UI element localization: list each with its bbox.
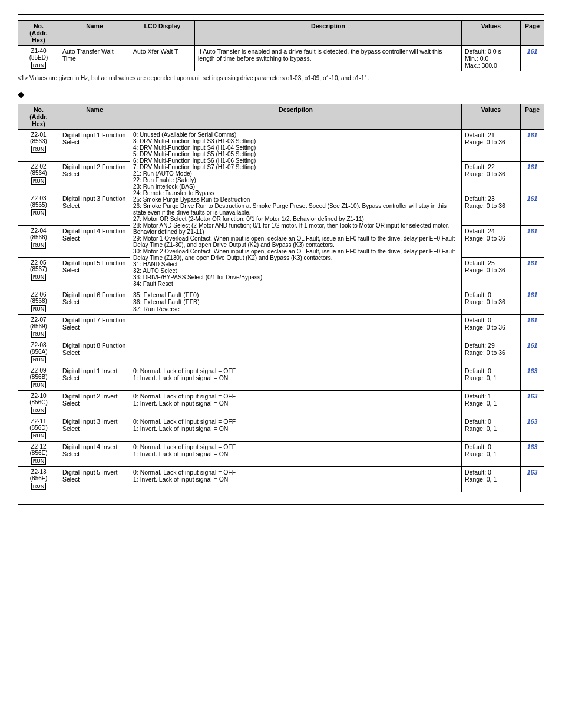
table-row-name: Digital Input 2 Invert Select xyxy=(59,391,130,416)
table-row-values: Default: 0Range: 0 to 36 xyxy=(462,289,521,315)
table-row-page: 163 xyxy=(521,442,544,467)
subsection-title xyxy=(18,90,544,99)
table-row-page: 161 xyxy=(521,225,544,257)
table-row-values: Default: 0.0 sMin.: 0.0Max.: 300.0 xyxy=(462,46,521,71)
table-row-page: 163 xyxy=(521,365,544,391)
table-row-values: Default: 0Range: 0, 1 xyxy=(462,442,521,467)
run-badge: RUN xyxy=(31,331,47,338)
run-badge: RUN xyxy=(31,407,47,414)
table-row-desc: 35: External Fault (EF0)36: External Fau… xyxy=(130,289,462,315)
table-row-addr: Z2-01(8563) RUN xyxy=(18,130,59,162)
table-row-name: Digital Input 2 Function Select xyxy=(59,162,130,193)
table-row-page: 161 xyxy=(521,193,544,225)
run-badge: RUN xyxy=(31,146,47,153)
table1: No.(Addr.Hex) Name LCD Display Descripti… xyxy=(18,20,544,71)
table-row-values: Default: 0Range: 0, 1 xyxy=(462,467,521,492)
table-row-name: Digital Input 4 Function Select xyxy=(59,225,130,257)
run-badge: RUN xyxy=(31,209,47,216)
table-row-page: 161 xyxy=(521,162,544,193)
table-row-page: 161 xyxy=(521,257,544,289)
table-row-page: 161 xyxy=(521,130,544,162)
table-row-page: 161 xyxy=(521,340,544,365)
table-row-desc: If Auto Transfer is enabled and a drive … xyxy=(195,46,462,71)
table-row-addr: Z2-02(8564) RUN xyxy=(18,162,59,193)
table-row-addr: Z2-13(856F) RUN xyxy=(18,467,59,492)
table-row-desc xyxy=(130,340,462,365)
table-row-page: 161 xyxy=(521,315,544,340)
table-row-name: Digital Input 3 Function Select xyxy=(59,193,130,225)
run-badge: RUN xyxy=(31,381,47,388)
run-badge: RUN xyxy=(31,305,47,312)
table-row-desc: 0: Normal. Lack of input signal = OFF1: … xyxy=(130,442,462,467)
table-row-name: Digital Input 6 Function Select xyxy=(59,289,130,315)
table-row-values: Default: 22Range: 0 to 36 xyxy=(462,162,521,193)
col-page: Page xyxy=(521,21,544,46)
table-row-page: 163 xyxy=(521,467,544,492)
col-desc: Description xyxy=(130,104,462,130)
col-page: Page xyxy=(521,104,544,130)
table-row-name: Digital Input 4 Invert Select xyxy=(59,442,130,467)
table-row-name: Digital Input 1 Invert Select xyxy=(59,365,130,391)
table-row-values: Default: 29Range: 0 to 36 xyxy=(462,340,521,365)
table-row-page: 161 xyxy=(521,46,544,71)
table-row-name: Digital Input 5 Invert Select xyxy=(59,467,130,492)
table-row-desc: 0: Normal. Lack of input signal = OFF1: … xyxy=(130,391,462,416)
table-row-values: Default: 0Range: 0 to 36 xyxy=(462,315,521,340)
table-row-desc xyxy=(130,315,462,340)
table-row-name: Auto Transfer Wait Time xyxy=(59,46,130,71)
table-row-desc: 0: Normal. Lack of input signal = OFF1: … xyxy=(130,365,462,391)
run-badge: RUN xyxy=(31,457,47,465)
table-row-name: Digital Input 1 Function Select xyxy=(59,130,130,162)
table-row-desc: 0: Normal. Lack of input signal = OFF1: … xyxy=(130,467,462,492)
table-row-addr: Z2-09(856B) RUN xyxy=(18,365,59,391)
col-no: No.(Addr.Hex) xyxy=(18,104,59,130)
table-row-addr: Z2-05(8567) RUN xyxy=(18,257,59,289)
table2: No.(Addr.Hex) Name Description Values Pa… xyxy=(18,104,544,492)
table-row-values: Default: 24Range: 0 to 36 xyxy=(462,225,521,257)
col-no: No.(Addr.Hex) xyxy=(18,21,59,46)
col-values: Values xyxy=(462,104,521,130)
table-row-addr: Z2-10(856C) RUN xyxy=(18,391,59,416)
run-badge: RUN xyxy=(31,242,47,249)
table-row-name: Digital Input 3 Invert Select xyxy=(59,416,130,442)
table-row-values: Default: 21Range: 0 to 36 xyxy=(462,130,521,162)
col-name: Name xyxy=(59,21,130,46)
table-row-addr: Z2-11(856D) RUN xyxy=(18,416,59,442)
table-row-page: 163 xyxy=(521,416,544,442)
table-row-addr: Z1-40(85ED) RUN xyxy=(18,46,59,71)
col-desc: Description xyxy=(195,21,462,46)
table-row-addr: Z2-08(856A) RUN xyxy=(18,340,59,365)
table-row-name: Digital Input 5 Function Select xyxy=(59,257,130,289)
run-badge: RUN xyxy=(31,356,47,363)
table-row-values: Default: 0Range: 0, 1 xyxy=(462,365,521,391)
section-title xyxy=(18,12,544,15)
table-row-addr: Z2-07(8569) RUN xyxy=(18,315,59,340)
table-row-values: Default: 1Range: 0, 1 xyxy=(462,391,521,416)
footer xyxy=(18,504,544,508)
col-name: Name xyxy=(59,104,130,130)
run-badge: RUN xyxy=(31,274,47,281)
table-row-page: 161 xyxy=(521,289,544,315)
table-row-addr: Z2-12(856E) RUN xyxy=(18,442,59,467)
table-row-desc: 0: Normal. Lack of input signal = OFF1: … xyxy=(130,416,462,442)
table-row-addr: Z2-03(8565) RUN xyxy=(18,193,59,225)
table-row-page: 163 xyxy=(521,391,544,416)
col-values: Values xyxy=(462,21,521,46)
table-row-addr: Z2-06(8568) RUN xyxy=(18,289,59,315)
run-badge: RUN xyxy=(31,483,47,490)
table-row-desc: 0: Unused (Available for Serial Comms)3:… xyxy=(130,130,462,289)
table-row-addr: Z2-04(8566) RUN xyxy=(18,225,59,257)
run-badge: RUN xyxy=(31,432,47,439)
table-row-values: Default: 25Range: 0 to 36 xyxy=(462,257,521,289)
table-row-name: Digital Input 7 Function Select xyxy=(59,315,130,340)
table-row-values: Default: 23Range: 0 to 36 xyxy=(462,193,521,225)
run-badge: RUN xyxy=(31,177,47,185)
table-row-values: Default: 0Range: 0, 1 xyxy=(462,416,521,442)
table-row-name: Digital Input 8 Function Select xyxy=(59,340,130,365)
note-text: <1> Values are given in Hz, but actual v… xyxy=(18,75,544,81)
col-lcd: LCD Display xyxy=(130,21,195,46)
table-row-lcd: Auto Xfer Wait T xyxy=(130,46,195,71)
run-badge: RUN xyxy=(31,62,47,69)
